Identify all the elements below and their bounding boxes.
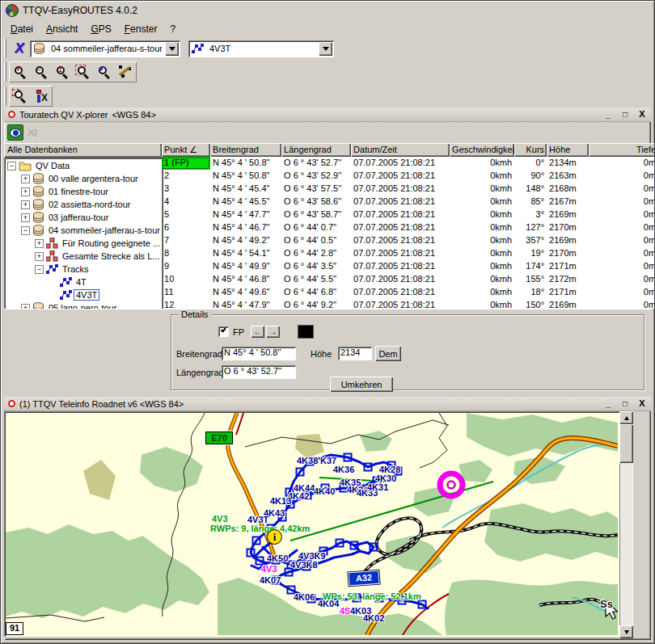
expand-icon[interactable]: +: [21, 175, 30, 183]
column-header-h-he[interactable]: Höhe: [547, 143, 589, 157]
track-color-swatch[interactable]: [298, 325, 314, 339]
zoom-select-button[interactable]: [10, 86, 31, 106]
column-header-breitengrad[interactable]: Breitengrad: [210, 143, 281, 157]
expand-icon[interactable]: +: [21, 213, 30, 222]
menu-item-fenster[interactable]: Fenster: [118, 22, 164, 36]
map-maximize-button[interactable]: □: [619, 398, 632, 410]
tour-combobox-dropdown-button[interactable]: [165, 42, 179, 56]
cell-tiefe: 0m: [589, 260, 655, 273]
map-scrollbar[interactable]: [619, 411, 633, 638]
toolbar-grip[interactable]: [4, 87, 6, 105]
delete-waypoint-button[interactable]: X: [31, 86, 52, 106]
cell-kurs: 155°: [514, 273, 547, 286]
table-row[interactable]: 7N 45° 4 ' 49.2''O 6 ° 44' 0.5''07.07.20…: [162, 234, 655, 247]
tree-item-4t[interactable]: 4T: [6, 276, 162, 288]
menu-item-datei[interactable]: Datei: [4, 22, 40, 36]
tour-combobox[interactable]: 04 sommeiler-jafferau-s-tour: [30, 40, 180, 57]
tree-item-03-jafferau-tour[interactable]: +03 jafferau-tour: [6, 211, 162, 224]
table-row[interactable]: 3N 45° 4 ' 45.4''O 6 ° 43' 57.5''07.07.2…: [162, 183, 655, 196]
table-header-row: Punkt ∠BreitengradLängengradDatum/ZeitGe…: [162, 143, 655, 157]
cell-lon: O 6 ° 43' 58.7'': [281, 208, 351, 221]
cell-punkt: 12: [162, 299, 210, 309]
zoom-previous-button[interactable]: ↶: [94, 62, 115, 82]
previous-point-button[interactable]: ←: [251, 326, 264, 338]
map-scroll-up-button[interactable]: [619, 411, 633, 424]
map-info-icon[interactable]: i: [267, 529, 282, 545]
track-combobox-dropdown-button[interactable]: [319, 42, 332, 56]
menu-item-ansicht[interactable]: Ansicht: [40, 22, 84, 36]
column-header-l-ngengrad[interactable]: Längengrad: [281, 143, 351, 157]
fp-checkbox[interactable]: [218, 326, 229, 337]
breitengrad-input[interactable]: N 45° 4 ' 50.8'': [222, 347, 296, 360]
qv-window-icon: [8, 111, 15, 118]
table-row[interactable]: 10N 45° 4 ' 46.8''O 6 ° 44' 5.5''07.07.2…: [162, 273, 655, 286]
tree-item-f-r-routing-geeignete-[interactable]: +Für Routing geeignete ...: [6, 237, 162, 250]
toolbar-main: X 04 sommeiler-jafferau-s-tour 4V3T: [1, 37, 654, 60]
column-header-datum-zeit[interactable]: Datum/Zeit: [351, 143, 450, 157]
collapse-icon[interactable]: −: [35, 265, 44, 274]
cell-speed: 0kmh: [450, 183, 514, 196]
close-tour-button[interactable]: X: [9, 39, 30, 58]
table-row[interactable]: 9N 45° 4 ' 49.9''O 6 ° 44' 3.5''07.07.20…: [162, 260, 655, 273]
map-close-button[interactable]: X: [636, 398, 649, 410]
tree-item-tracks[interactable]: −Tracks: [6, 263, 162, 276]
collapse-icon[interactable]: −: [7, 162, 16, 170]
tree-item-4v3t[interactable]: 4V3T: [6, 288, 162, 301]
xplorer-minimize-button[interactable]: _: [602, 109, 615, 120]
cell-hoehe: 2134m: [547, 157, 589, 170]
measure-distance-button[interactable]: [115, 62, 136, 82]
table-row[interactable]: 11N 45° 4 ' 49.6''O 6 ° 44' 6.8''07.07.2…: [162, 286, 655, 299]
hoehe-input[interactable]: 2134: [338, 347, 372, 360]
expand-icon[interactable]: +: [35, 239, 44, 248]
zoom-in-button[interactable]: +: [10, 62, 31, 82]
column-header-punkt[interactable]: Punkt ∠: [162, 143, 210, 157]
cell-datetime: 07.07.2005 21:08:21: [351, 299, 450, 309]
map-scroll-down-button[interactable]: [619, 625, 633, 638]
table-row[interactable]: 1 (FP)N 45° 4 ' 50.8''O 6 ° 43' 52.7''07…: [162, 157, 655, 170]
expand-icon[interactable]: +: [21, 200, 30, 209]
table-row[interactable]: 6N 45° 4 ' 46.7''O 6 ° 44' 0.7''07.07.20…: [162, 221, 655, 234]
next-point-button[interactable]: →: [266, 326, 280, 338]
zoom-out-button[interactable]: −: [31, 62, 52, 82]
zoom-100-button[interactable]: 1: [52, 62, 73, 82]
tree-item-04-sommeiler-jafferau-s-tour[interactable]: −04 sommeiler-jafferau-s-tour: [6, 224, 162, 237]
dem-button[interactable]: Dem: [375, 346, 401, 361]
table-row[interactable]: 8N 45° 4 ' 54.1''O 6 ° 44' 2.8''07.07.20…: [162, 247, 655, 260]
toolbar-grip[interactable]: [4, 62, 6, 82]
laengengrad-input[interactable]: O 6 ° 43' 52.7'': [222, 365, 296, 379]
tree-item-00-valle-argentera-tour[interactable]: +00 valle argentera-tour: [6, 172, 162, 185]
map-titlebar[interactable]: (1) TTQV Teleinfo Roadnet v6 <WGS 84> _ …: [4, 397, 651, 411]
tree-item-01-finestre-tour[interactable]: +01 finestre-tour: [6, 185, 162, 198]
tree-item-gesamte-strecke-als-l-[interactable]: +Gesamte Strecke als L...: [6, 250, 162, 263]
menu-item-[interactable]: ?: [163, 22, 182, 36]
expand-icon[interactable]: +: [35, 252, 44, 261]
table-row[interactable]: 4N 45° 4 ' 45.5''O 6 ° 43' 58.6''07.07.2…: [162, 196, 655, 208]
column-header-tiefe[interactable]: Tiefe: [589, 143, 655, 157]
toolbar-grip[interactable]: [4, 39, 6, 58]
zoom-rectangle-button[interactable]: [73, 62, 94, 82]
tree-item-qv-data[interactable]: −QV Data: [6, 159, 162, 172]
tree-item-02-assietta-nord-tour[interactable]: +02 assietta-nord-tour: [6, 198, 162, 211]
tree-item-05-lago-nero-tour[interactable]: +05 lago-nero-tour: [6, 301, 162, 309]
menu-item-gps[interactable]: GPS: [84, 22, 117, 36]
map-scrollbar-thumb[interactable]: [619, 424, 633, 463]
column-header-kurs[interactable]: Kurs: [514, 143, 547, 157]
show-on-map-button[interactable]: [7, 124, 23, 141]
xplorer-maximize-button[interactable]: □: [619, 109, 632, 120]
expand-icon[interactable]: +: [21, 187, 30, 196]
map-label-4k31: 4K31: [367, 482, 388, 492]
xplorer-close-button[interactable]: X: [636, 109, 649, 120]
table-row[interactable]: 2N 45° 4 ' 50.8''O 6 ° 43' 52.9''07.07.2…: [162, 170, 655, 183]
cell-datetime: 07.07.2005 21:08:21: [351, 221, 450, 234]
table-row[interactable]: 5N 45° 4 ' 47.7''O 6 ° 43' 58.7''07.07.2…: [162, 208, 655, 221]
xplorer-titlebar[interactable]: Touratech QV X-plorer <WGS 84> _ □ X: [4, 107, 651, 122]
tree-header[interactable]: Alle Datenbanken: [4, 143, 162, 158]
map-minimize-button[interactable]: _: [602, 398, 615, 410]
map-label-4k04: 4K04: [318, 599, 339, 608]
table-row[interactable]: 12N 45° 4 ' 47.9''O 6 ° 44' 9.2''07.07.2…: [162, 299, 655, 309]
map-canvas[interactable]: 4K38K374K364K284K304K354K344K334K314K444…: [4, 411, 619, 637]
umkehren-button[interactable]: Umkehren: [330, 377, 393, 392]
track-combobox[interactable]: 4V3T: [188, 40, 334, 57]
collapse-icon[interactable]: −: [21, 226, 30, 235]
column-header-geschwindigkeit[interactable]: Geschwindigkeit: [450, 143, 514, 157]
